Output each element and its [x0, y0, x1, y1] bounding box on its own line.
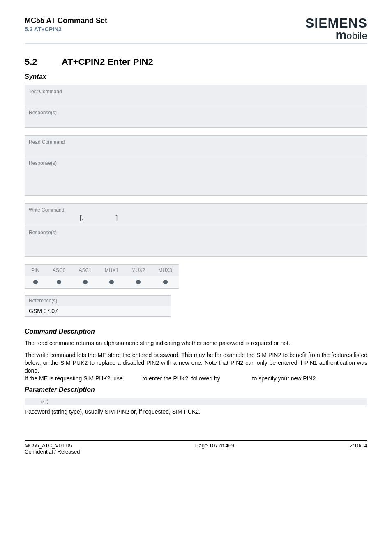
matrix-header: ASC1 — [72, 265, 98, 276]
test-command-block: Test Command Response(s) — [25, 85, 367, 128]
parameter-description-heading: Parameter Description — [25, 386, 367, 394]
matrix-data-row — [25, 276, 179, 289]
cmd-desc-p2b-post: to specify your new PIN2. — [252, 375, 318, 382]
write-command-label: Write Command — [29, 207, 363, 213]
section-number: 5.2 — [25, 57, 62, 67]
footer-date: 2/10/04 — [350, 442, 367, 455]
dot-icon — [136, 280, 141, 284]
param-type-bar: (str) — [25, 398, 367, 405]
brand-sub: mobile — [305, 29, 367, 41]
write-command-block: Write Command [, ] Response(s) — [25, 203, 367, 257]
read-response-row: Response(s) — [25, 157, 367, 195]
write-response-label: Response(s) — [29, 230, 363, 235]
brand-sub-m: m — [336, 28, 347, 41]
cmd-desc-p1: The read command returns an alphanumeric… — [25, 339, 367, 347]
footer-page: Page 107 of 469 — [195, 442, 234, 455]
dot-icon — [83, 280, 88, 284]
header-right: SIEMENS mobile — [305, 16, 367, 41]
footer-left: MC55_ATC_V01.05 Confidential / Released — [25, 442, 80, 455]
dot-icon — [57, 280, 61, 284]
bracket-open: [, — [80, 214, 83, 221]
write-command-row: Write Command [, ] — [25, 204, 367, 226]
matrix-cell — [125, 276, 152, 289]
test-response-label: Response(s) — [29, 110, 363, 115]
brand-sub-rest: obile — [346, 30, 367, 41]
read-command-block: Read Command Response(s) — [25, 135, 367, 196]
matrix-cell — [152, 276, 178, 289]
matrix-header: PIN — [25, 265, 46, 276]
param-text: Password (string type), usually SIM PIN2… — [25, 408, 367, 416]
matrix-cell — [46, 276, 72, 289]
section-title: AT+CPIN2 Enter PIN2 — [62, 57, 153, 67]
test-command-label: Test Command — [29, 89, 363, 94]
read-response-label: Response(s) — [29, 160, 363, 166]
cmd-desc-p2a: The write command lets the ME store the … — [25, 352, 367, 374]
read-command-label: Read Command — [29, 139, 363, 145]
page-footer: MC55_ATC_V01.05 Confidential / Released … — [25, 440, 367, 455]
matrix-header: MUX2 — [125, 265, 152, 276]
syntax-heading: Syntax — [25, 73, 367, 81]
test-response-row: Response(s) — [25, 106, 367, 127]
cmd-desc-p2b-mid: to enter the PUK2, followed by — [143, 375, 222, 382]
footer-conf: Confidential / Released — [25, 449, 80, 455]
test-command-row: Test Command — [25, 85, 367, 106]
doc-title: MC55 AT Command Set — [25, 16, 107, 25]
dot-icon — [109, 280, 114, 284]
bracket-close: ] — [115, 214, 118, 221]
matrix-header: ASC0 — [46, 265, 72, 276]
matrix-cell — [25, 276, 46, 289]
references-value: GSM 07.07 — [25, 306, 171, 316]
matrix-header: MUX3 — [152, 265, 178, 276]
header-left: MC55 AT Command Set 5.2 AT+CPIN2 — [25, 16, 107, 32]
cmd-desc-p2: The write command lets the ME store the … — [25, 351, 367, 382]
read-command-row: Read Command — [25, 136, 367, 157]
command-description-heading: Command Description — [25, 328, 367, 335]
matrix-cell — [98, 276, 125, 289]
dot-icon — [163, 280, 168, 284]
doc-subtitle: 5.2 AT+CPIN2 — [25, 26, 107, 32]
section-heading: 5.2AT+CPIN2 Enter PIN2 — [25, 57, 367, 67]
matrix-header-row: PIN ASC0 ASC1 MUX1 MUX2 MUX3 — [25, 265, 179, 276]
support-matrix: PIN ASC0 ASC1 MUX1 MUX2 MUX3 — [25, 264, 179, 289]
references-box: Reference(s) GSM 07.07 — [25, 295, 171, 317]
write-response-row: Response(s) — [25, 226, 367, 256]
matrix-header: MUX1 — [98, 265, 125, 276]
matrix-cell — [72, 276, 98, 289]
dot-icon — [33, 280, 38, 284]
cmd-desc-p2b-pre: If the ME is requesting SIM PUK2, use — [25, 375, 125, 382]
write-command-syntax: [, ] — [29, 214, 363, 222]
references-label: Reference(s) — [25, 296, 171, 306]
footer-doc: MC55_ATC_V01.05 — [25, 442, 72, 449]
page-header: MC55 AT Command Set 5.2 AT+CPIN2 SIEMENS… — [25, 16, 367, 44]
